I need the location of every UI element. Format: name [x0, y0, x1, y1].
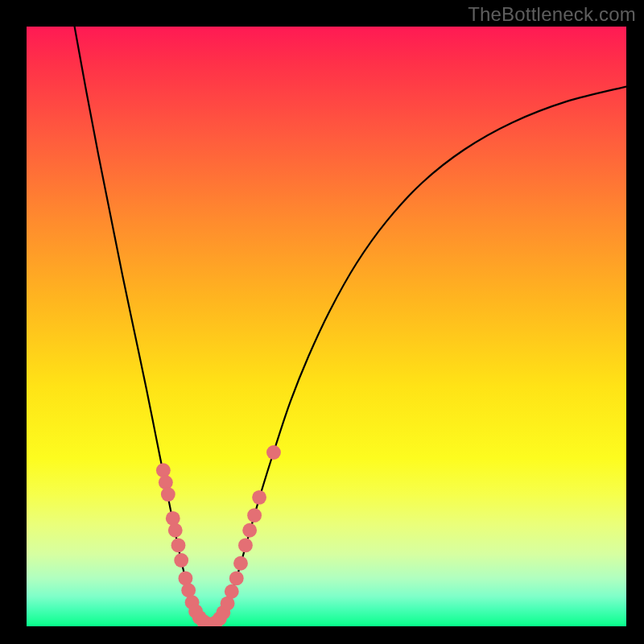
data-marker [229, 571, 244, 585]
data-marker [225, 584, 239, 599]
bottleneck-curve [75, 27, 626, 625]
data-marker [242, 523, 257, 538]
data-marker [174, 553, 188, 568]
data-marker [252, 490, 266, 505]
data-marker [161, 487, 175, 502]
data-marker [238, 538, 253, 552]
data-marker [156, 463, 171, 477]
data-marker [266, 445, 281, 460]
data-marker [168, 523, 183, 538]
data-marker [178, 571, 192, 585]
data-marker [247, 508, 262, 522]
chart-frame: TheBottleneck.com [0, 0, 644, 644]
chart-svg [27, 27, 626, 626]
data-marker [166, 511, 180, 526]
plot-area [27, 27, 626, 626]
data-marker [159, 475, 173, 489]
data-marker [171, 538, 186, 552]
data-markers [156, 445, 281, 626]
data-marker [233, 556, 248, 571]
watermark-text: TheBottleneck.com [468, 3, 636, 26]
